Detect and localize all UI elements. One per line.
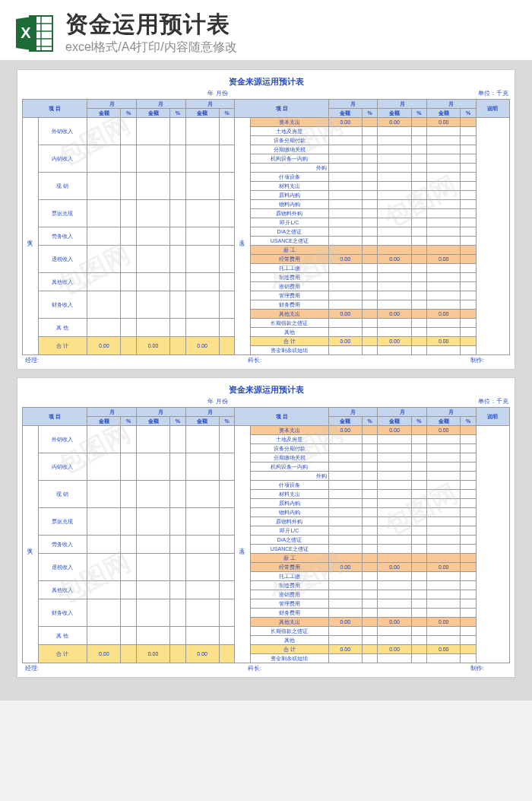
data-cell[interactable] bbox=[362, 264, 378, 273]
data-cell[interactable] bbox=[328, 590, 362, 599]
data-cell[interactable] bbox=[170, 581, 186, 599]
data-cell[interactable] bbox=[170, 508, 186, 536]
data-cell[interactable] bbox=[362, 590, 378, 599]
data-cell[interactable] bbox=[328, 654, 362, 663]
data-cell[interactable] bbox=[328, 462, 362, 472]
data-cell[interactable] bbox=[427, 517, 461, 526]
data-cell[interactable] bbox=[461, 319, 477, 328]
data-cell[interactable] bbox=[378, 435, 411, 444]
data-cell[interactable] bbox=[411, 218, 427, 227]
data-cell[interactable] bbox=[185, 200, 219, 227]
data-cell[interactable] bbox=[170, 319, 186, 337]
data-cell[interactable] bbox=[461, 508, 477, 517]
data-cell[interactable] bbox=[170, 426, 186, 453]
data-cell[interactable] bbox=[219, 508, 235, 536]
data-cell[interactable] bbox=[328, 227, 362, 237]
data-cell[interactable] bbox=[87, 536, 121, 554]
data-cell[interactable] bbox=[378, 300, 411, 310]
data-cell[interactable] bbox=[411, 508, 427, 517]
data-cell[interactable] bbox=[328, 490, 362, 499]
data-cell[interactable] bbox=[461, 328, 477, 337]
data-cell[interactable] bbox=[185, 227, 219, 246]
data-cell[interactable] bbox=[411, 173, 427, 182]
data-cell[interactable] bbox=[121, 581, 137, 599]
data-cell[interactable] bbox=[185, 426, 219, 453]
data-cell[interactable] bbox=[185, 246, 219, 273]
data-cell[interactable] bbox=[427, 127, 461, 136]
data-cell[interactable] bbox=[328, 636, 362, 645]
data-cell[interactable] bbox=[87, 291, 121, 319]
data-cell[interactable] bbox=[362, 237, 378, 246]
data-cell[interactable] bbox=[411, 499, 427, 508]
data-cell[interactable] bbox=[328, 508, 362, 517]
data-cell[interactable] bbox=[362, 218, 378, 227]
data-cell[interactable] bbox=[136, 200, 169, 227]
data-cell[interactable] bbox=[136, 227, 169, 246]
data-cell[interactable] bbox=[411, 609, 427, 618]
data-cell[interactable] bbox=[328, 319, 362, 328]
data-cell[interactable] bbox=[362, 462, 378, 472]
data-cell[interactable] bbox=[121, 145, 137, 173]
data-cell[interactable] bbox=[170, 227, 186, 246]
data-cell[interactable] bbox=[378, 136, 411, 145]
data-cell[interactable] bbox=[185, 291, 219, 319]
data-cell[interactable] bbox=[378, 200, 411, 209]
data-cell[interactable] bbox=[378, 282, 411, 291]
data-cell[interactable] bbox=[136, 118, 169, 145]
data-cell[interactable] bbox=[219, 536, 235, 554]
data-cell[interactable] bbox=[411, 200, 427, 209]
data-cell[interactable] bbox=[411, 300, 427, 310]
data-cell[interactable] bbox=[427, 636, 461, 645]
data-cell[interactable] bbox=[328, 609, 362, 618]
data-cell[interactable] bbox=[87, 200, 121, 227]
data-cell[interactable] bbox=[461, 182, 477, 191]
data-cell[interactable] bbox=[170, 246, 186, 273]
data-cell[interactable] bbox=[362, 328, 378, 337]
data-cell[interactable] bbox=[427, 319, 461, 328]
data-cell[interactable] bbox=[427, 472, 461, 481]
data-cell[interactable] bbox=[411, 346, 427, 355]
data-cell[interactable] bbox=[378, 636, 411, 645]
data-cell[interactable] bbox=[427, 173, 461, 182]
data-cell[interactable] bbox=[427, 536, 461, 545]
data-cell[interactable] bbox=[427, 346, 461, 355]
data-cell[interactable] bbox=[170, 118, 186, 145]
data-cell[interactable] bbox=[87, 581, 121, 599]
data-cell[interactable] bbox=[219, 200, 235, 227]
data-cell[interactable] bbox=[136, 536, 169, 554]
data-cell[interactable] bbox=[461, 654, 477, 663]
data-cell[interactable] bbox=[378, 164, 411, 173]
data-cell[interactable] bbox=[427, 462, 461, 472]
data-cell[interactable] bbox=[121, 291, 137, 319]
data-cell[interactable] bbox=[219, 581, 235, 599]
data-cell[interactable] bbox=[461, 209, 477, 218]
data-cell[interactable] bbox=[362, 508, 378, 517]
data-cell[interactable] bbox=[427, 490, 461, 499]
data-cell[interactable] bbox=[411, 145, 427, 154]
data-cell[interactable] bbox=[328, 264, 362, 273]
data-cell[interactable] bbox=[427, 154, 461, 164]
data-cell[interactable] bbox=[427, 237, 461, 246]
data-cell[interactable] bbox=[362, 191, 378, 200]
data-cell[interactable] bbox=[185, 145, 219, 173]
data-cell[interactable] bbox=[378, 246, 411, 255]
data-cell[interactable] bbox=[362, 581, 378, 590]
data-cell[interactable] bbox=[378, 264, 411, 273]
data-cell[interactable] bbox=[461, 273, 477, 282]
data-cell[interactable] bbox=[378, 472, 411, 481]
data-cell[interactable] bbox=[136, 627, 169, 645]
data-cell[interactable] bbox=[136, 173, 169, 200]
data-cell[interactable] bbox=[411, 545, 427, 554]
data-cell[interactable] bbox=[378, 526, 411, 536]
data-cell[interactable] bbox=[328, 273, 362, 282]
data-cell[interactable] bbox=[378, 517, 411, 526]
data-cell[interactable] bbox=[461, 346, 477, 355]
data-cell[interactable] bbox=[185, 453, 219, 481]
data-cell[interactable] bbox=[362, 145, 378, 154]
data-cell[interactable] bbox=[411, 291, 427, 300]
data-cell[interactable] bbox=[411, 444, 427, 453]
data-cell[interactable] bbox=[121, 627, 137, 645]
data-cell[interactable] bbox=[378, 273, 411, 282]
data-cell[interactable] bbox=[87, 599, 121, 627]
data-cell[interactable] bbox=[378, 654, 411, 663]
